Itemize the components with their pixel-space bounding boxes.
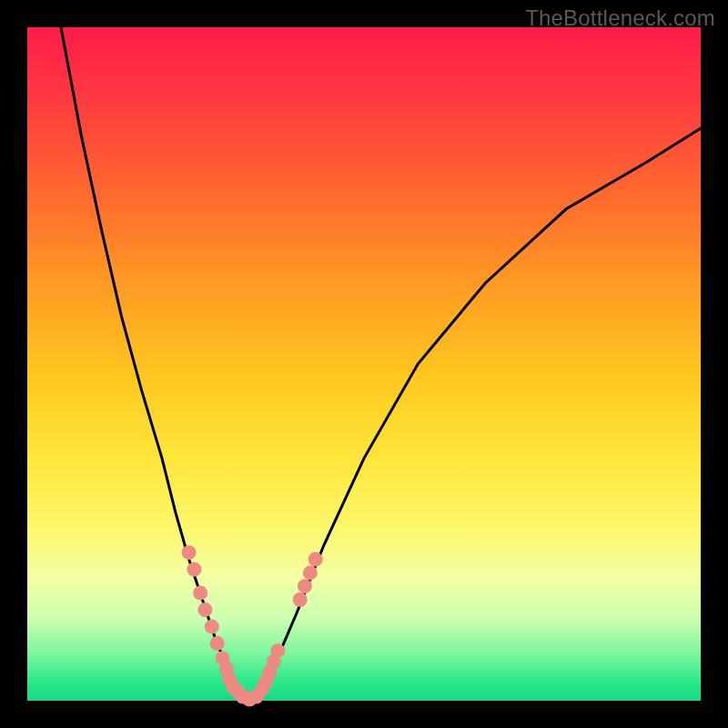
data-dot <box>210 636 225 651</box>
plot-area <box>27 27 701 701</box>
data-dot <box>187 562 202 577</box>
data-dot <box>182 545 197 560</box>
left-bottleneck-curve <box>61 27 249 700</box>
data-dots-group <box>182 545 323 706</box>
data-dot <box>197 602 212 617</box>
data-dot <box>303 565 318 580</box>
data-dot <box>205 620 219 634</box>
curves-svg <box>27 27 701 701</box>
data-dot <box>293 592 308 607</box>
watermark-text: TheBottleneck.com <box>525 5 715 31</box>
right-bottleneck-curve <box>249 128 701 700</box>
chart-frame: TheBottleneck.com <box>0 0 728 728</box>
data-dot <box>298 579 312 593</box>
data-dot <box>308 552 323 567</box>
data-dot <box>270 643 285 658</box>
data-dot <box>193 586 207 601</box>
